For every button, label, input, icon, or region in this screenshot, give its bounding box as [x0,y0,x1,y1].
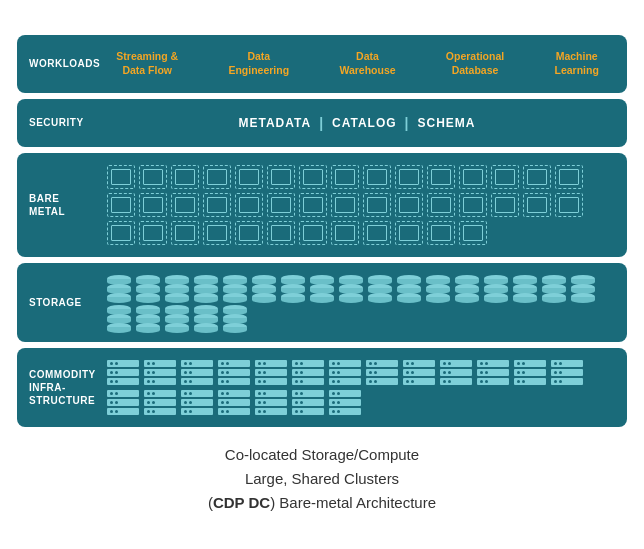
caption-bold: CDP DC [213,494,270,511]
bare-metal-label: BAREMETAL [29,192,99,218]
server-icons [99,356,615,419]
db-disk [252,284,276,291]
db-disk [455,275,479,282]
db-stack [223,275,247,300]
workload-item-2: DataEngineering [228,50,289,77]
server-bar [403,360,435,367]
server-unit [255,390,287,415]
chip [171,193,199,217]
db-disk [136,284,160,291]
server-bar [329,408,361,415]
db-disk [281,293,305,300]
server-bar [292,369,324,376]
db-disk [455,284,479,291]
chip [491,165,519,189]
db-disk [194,284,218,291]
workload-items: Streaming &Data Flow DataEngineering Dat… [100,50,615,77]
db-stack [281,275,305,300]
server-bar [218,360,250,367]
db-disk [136,323,160,330]
db-disk [107,275,131,282]
chip [203,165,231,189]
server-bar [107,408,139,415]
separator-1: | [319,115,324,131]
chip [523,165,551,189]
server-bar [218,378,250,385]
storage-icons [99,271,615,334]
metadata-label: METADATA [238,116,311,130]
server-unit [255,360,287,385]
commodity-label: COMMODITYINFRA-STRUCTURE [29,368,99,407]
server-bar [255,360,287,367]
server-bar [477,369,509,376]
db-disk [223,323,247,330]
server-bar [329,369,361,376]
db-disk [542,293,566,300]
server-bar [292,408,324,415]
db-stack [513,275,537,300]
db-disk [310,293,334,300]
server-unit [366,360,398,385]
db-disk [397,275,421,282]
db-disk [513,275,537,282]
caption: Co-located Storage/Compute Large, Shared… [17,443,627,515]
diagram-container: WORKLOADS Streaming &Data Flow DataEngin… [17,35,627,515]
server-bar [551,360,583,367]
chip [267,193,295,217]
chip [363,165,391,189]
server-bar [218,369,250,376]
server-bar [255,390,287,397]
db-disk [223,314,247,321]
server-bar [292,378,324,385]
server-bar [181,378,213,385]
db-disk [223,284,247,291]
db-disk [455,293,479,300]
workloads-row: WORKLOADS Streaming &Data Flow DataEngin… [17,35,627,93]
db-disk [484,293,508,300]
chip [139,193,167,217]
db-disk [281,275,305,282]
chip [203,221,231,245]
server-bar [255,399,287,406]
server-unit [107,360,139,385]
db-disk [368,284,392,291]
server-bar [144,378,176,385]
chip [427,165,455,189]
server-unit [218,360,250,385]
caption-line1: Co-located Storage/Compute [17,443,627,467]
server-bar [144,360,176,367]
server-bar [329,378,361,385]
db-disk [310,275,334,282]
chip [395,165,423,189]
chip [363,221,391,245]
db-disk [165,323,189,330]
db-disk [107,284,131,291]
db-disk [252,275,276,282]
db-stack [426,275,450,300]
server-bar [181,408,213,415]
storage-content [99,271,615,334]
chip [331,193,359,217]
workload-item-3: DataWarehouse [339,50,395,77]
server-bar [144,390,176,397]
chip [235,221,263,245]
security-label: SECURITY [29,116,99,129]
chip [491,193,519,217]
storage-label: STORAGE [29,296,99,309]
server-bar [366,360,398,367]
server-bar [255,378,287,385]
chip [299,221,327,245]
server-bar [218,399,250,406]
db-disk [165,293,189,300]
separator-2: | [405,115,410,131]
bare-metal-content [99,161,615,249]
server-bar [255,369,287,376]
server-bar [329,390,361,397]
db-disk [136,305,160,312]
chip [139,221,167,245]
server-bar [107,369,139,376]
db-stack [165,275,189,300]
db-disk [484,275,508,282]
server-bar [107,378,139,385]
db-disk [136,314,160,321]
